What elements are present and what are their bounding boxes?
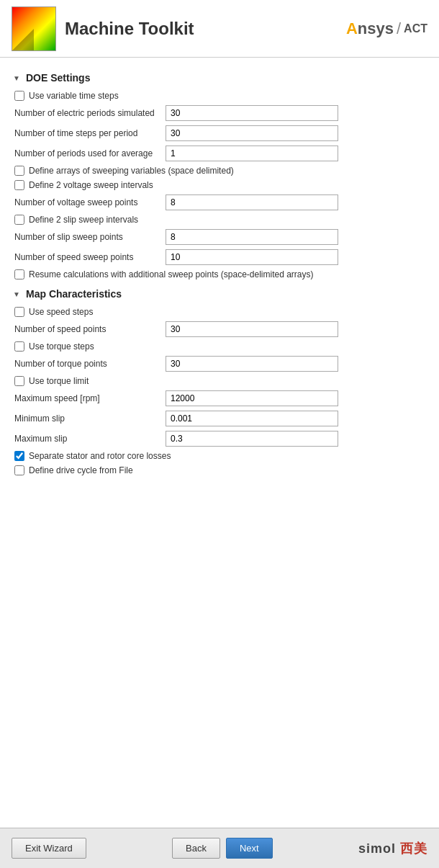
ansys-slash: / xyxy=(397,19,401,38)
num-slip-sweep-row: Number of slip sweep points xyxy=(12,229,427,245)
define-2-voltage-row: Define 2 voltage sweep intervals xyxy=(12,180,427,190)
doe-section-title: DOE Settings xyxy=(26,72,90,84)
define-drive-cycle-checkbox[interactable] xyxy=(14,465,24,475)
define-2-voltage-checkbox[interactable] xyxy=(14,180,24,190)
min-slip-label: Minimum slip xyxy=(14,413,166,424)
num-speed-points-label: Number of speed points xyxy=(14,324,166,334)
footer-brand: simol 西美 xyxy=(358,840,427,857)
use-variable-time-steps-row: Use variable time steps xyxy=(12,91,427,101)
max-speed-input[interactable] xyxy=(166,390,338,406)
doe-collapse-arrow[interactable]: ▼ xyxy=(12,73,22,83)
doe-section-header: ▼ DOE Settings xyxy=(12,72,427,84)
main-content: ▼ DOE Settings Use variable time steps N… xyxy=(0,58,439,828)
num-electric-periods-label: Number of electric periods simulated xyxy=(14,108,166,118)
ansys-act: ACT xyxy=(404,22,427,35)
use-torque-limit-checkbox[interactable] xyxy=(14,376,24,386)
map-section-title: Map Characteristics xyxy=(26,288,122,300)
num-voltage-sweep-row: Number of voltage sweep points xyxy=(12,194,427,210)
define-2-voltage-label: Define 2 voltage sweep intervals xyxy=(29,180,153,190)
use-torque-steps-row: Use torque steps xyxy=(12,341,427,352)
num-periods-avg-input[interactable] xyxy=(166,146,338,161)
use-torque-limit-row: Use torque limit xyxy=(12,376,427,386)
app-logo xyxy=(12,6,56,51)
ansys-a: A xyxy=(346,19,358,37)
resume-calculations-row: Resume calculations with additional swee… xyxy=(12,269,427,279)
use-torque-steps-label: Use torque steps xyxy=(29,341,94,352)
use-variable-time-steps-checkbox[interactable] xyxy=(14,91,24,101)
use-speed-steps-checkbox[interactable] xyxy=(14,307,24,317)
num-time-steps-label: Number of time steps per period xyxy=(14,128,166,138)
define-drive-cycle-label: Define drive cycle from File xyxy=(29,465,133,475)
use-speed-steps-label: Use speed steps xyxy=(29,307,93,317)
define-2-slip-row: Define 2 slip sweep intervals xyxy=(12,215,427,225)
max-speed-row: Maximum speed [rpm] xyxy=(12,390,427,406)
resume-calculations-label: Resume calculations with additional swee… xyxy=(29,269,314,279)
num-torque-points-row: Number of torque points xyxy=(12,356,427,372)
ansys-logo: Ansys / ACT xyxy=(346,19,427,38)
num-periods-avg-row: Number of periods used for average xyxy=(12,146,427,161)
min-slip-input[interactable] xyxy=(166,411,338,426)
max-slip-input[interactable] xyxy=(166,431,338,447)
use-torque-limit-label: Use torque limit xyxy=(29,376,89,386)
separate-stator-checkbox[interactable] xyxy=(14,451,24,461)
min-slip-row: Minimum slip xyxy=(12,411,427,426)
use-torque-steps-checkbox[interactable] xyxy=(14,341,24,352)
define-arrays-label: Define arrays of sweeping variables (spa… xyxy=(29,166,234,176)
map-collapse-arrow[interactable]: ▼ xyxy=(12,289,22,299)
separate-stator-label: Separate stator and rotor core losses xyxy=(29,451,171,461)
brand-chinese: 西美 xyxy=(400,841,427,856)
num-torque-points-input[interactable] xyxy=(166,356,338,372)
separate-stator-row: Separate stator and rotor core losses xyxy=(12,451,427,461)
define-2-slip-checkbox[interactable] xyxy=(14,215,24,225)
header-left: Machine Toolkit xyxy=(12,6,194,51)
app-title: Machine Toolkit xyxy=(65,19,194,39)
num-voltage-sweep-input[interactable] xyxy=(166,194,338,210)
resume-calculations-checkbox[interactable] xyxy=(14,269,24,279)
num-periods-avg-label: Number of periods used for average xyxy=(14,148,166,158)
num-time-steps-row: Number of time steps per period xyxy=(12,125,427,141)
footer: Exit Wizard Back Next simol 西美 xyxy=(0,828,439,868)
num-speed-sweep-label: Number of speed sweep points xyxy=(14,252,166,262)
max-slip-label: Maximum slip xyxy=(14,434,166,444)
num-slip-sweep-input[interactable] xyxy=(166,229,338,245)
num-speed-sweep-row: Number of speed sweep points xyxy=(12,249,427,265)
num-voltage-sweep-label: Number of voltage sweep points xyxy=(14,197,166,207)
define-arrays-row: Define arrays of sweeping variables (spa… xyxy=(12,166,427,176)
max-slip-row: Maximum slip xyxy=(12,431,427,447)
back-button[interactable]: Back xyxy=(172,838,220,859)
num-time-steps-input[interactable] xyxy=(166,125,338,141)
define-drive-cycle-row: Define drive cycle from File xyxy=(12,465,427,475)
define-arrays-checkbox[interactable] xyxy=(14,166,24,176)
brand-simol: simol xyxy=(358,841,396,856)
define-2-slip-label: Define 2 slip sweep intervals xyxy=(29,215,138,225)
header: Machine Toolkit Ansys / ACT xyxy=(0,0,439,58)
num-slip-sweep-label: Number of slip sweep points xyxy=(14,232,166,242)
num-speed-points-row: Number of speed points xyxy=(12,321,427,337)
exit-wizard-button[interactable]: Exit Wizard xyxy=(12,838,86,859)
num-torque-points-label: Number of torque points xyxy=(14,359,166,369)
next-button[interactable]: Next xyxy=(226,838,273,859)
num-electric-periods-input[interactable] xyxy=(166,105,338,121)
num-speed-sweep-input[interactable] xyxy=(166,249,338,265)
nav-buttons: Back Next xyxy=(172,838,273,859)
use-variable-time-steps-label: Use variable time steps xyxy=(29,91,119,101)
use-speed-steps-row: Use speed steps xyxy=(12,307,427,317)
max-speed-label: Maximum speed [rpm] xyxy=(14,393,166,403)
num-speed-points-input[interactable] xyxy=(166,321,338,337)
ansys-brand: Ansys xyxy=(346,19,394,38)
num-electric-periods-row: Number of electric periods simulated xyxy=(12,105,427,121)
map-section-header: ▼ Map Characteristics xyxy=(12,288,427,300)
